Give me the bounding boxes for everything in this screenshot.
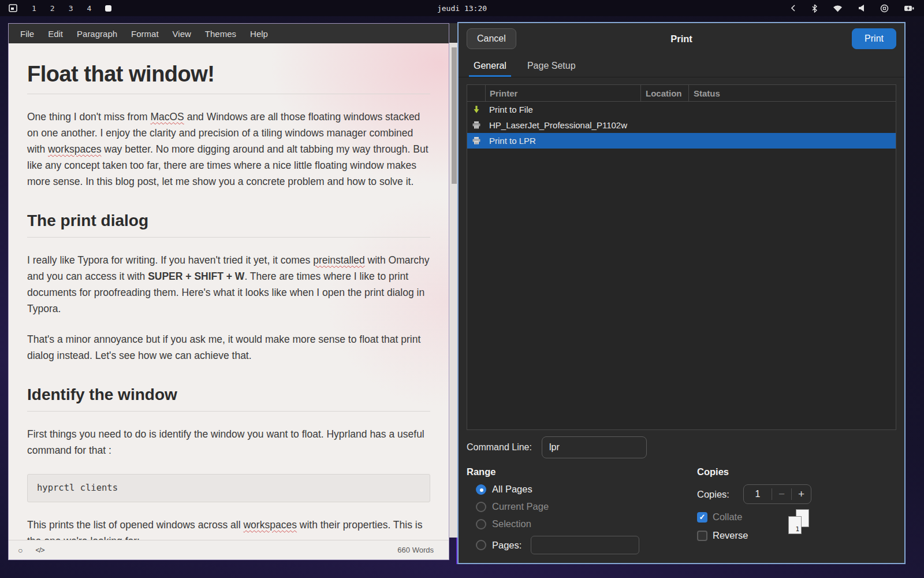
- printer-list: Printer Location Status Print to File HP…: [467, 84, 896, 430]
- bold-text: SUPER + SHIFT + W: [148, 271, 244, 282]
- misspelled-word: workspaces: [243, 519, 296, 531]
- word-count: 660 Words: [397, 546, 434, 554]
- copies-stepper: 1 − +: [743, 484, 811, 504]
- background-window-edge: [449, 23, 458, 538]
- menu-edit[interactable]: Edit: [42, 27, 69, 41]
- source-code-icon[interactable]: </>: [35, 546, 44, 554]
- doc-title: Float that window!: [27, 62, 430, 87]
- copies-section: Copies Copies: 1 − + Collate Reverse: [689, 466, 896, 563]
- column-printer[interactable]: Printer: [485, 85, 640, 101]
- command-line-row: Command Line:: [467, 436, 896, 458]
- copies-title: Copies: [697, 466, 896, 477]
- dialog-title: Print: [459, 34, 904, 45]
- printer-table-header: Printer Location Status: [467, 85, 896, 102]
- paragraph: This prints the list of opened windows a…: [27, 517, 430, 541]
- paragraph: I really like Typora for writing. If you…: [27, 252, 430, 317]
- save-to-file-arrow-icon: [467, 105, 485, 114]
- clock: jeudi 13:20: [0, 4, 924, 13]
- radio-button[interactable]: [476, 502, 486, 512]
- section-heading: The print dialog: [27, 212, 430, 230]
- pages-range-input[interactable]: [531, 536, 639, 554]
- decrease-copies-button[interactable]: −: [772, 485, 791, 503]
- radio-button[interactable]: [476, 519, 486, 529]
- divider: [27, 411, 430, 412]
- misspelled-word: MacOS: [150, 111, 184, 123]
- printer-row-hp-laserjet[interactable]: HP_LaserJet_Professional_P1102w: [467, 117, 896, 133]
- radio-button[interactable]: [476, 540, 486, 550]
- menu-paragraph[interactable]: Paragraph: [71, 27, 123, 41]
- radio-current-page[interactable]: Current Page: [476, 501, 689, 512]
- editor-status-bar: ○ </> 660 Words: [9, 540, 449, 560]
- command-line-input[interactable]: [542, 436, 647, 458]
- section-heading: Identify the window: [27, 386, 430, 404]
- divider: [27, 94, 430, 94]
- copies-value[interactable]: 1: [744, 485, 772, 503]
- divider: [27, 237, 430, 238]
- menu-file[interactable]: File: [14, 27, 40, 41]
- checkbox-checked[interactable]: [697, 512, 707, 523]
- paragraph: That's a minor annoyance but if you ask …: [27, 331, 430, 364]
- printer-icon: [467, 136, 485, 145]
- tab-general[interactable]: General: [474, 54, 506, 77]
- code-block[interactable]: hyprctl clients: [27, 474, 430, 502]
- outline-circle-icon[interactable]: ○: [18, 546, 23, 555]
- menu-bar: File Edit Paragraph Format View Themes H…: [9, 24, 449, 43]
- printer-icon: [467, 121, 485, 129]
- paragraph: One thing I don't miss from MacOS and Wi…: [27, 109, 430, 190]
- collate-pages-icon: 2 1: [788, 509, 811, 536]
- print-dialog: Cancel Print Print General Page Setup Pr…: [457, 22, 906, 564]
- column-status[interactable]: Status: [688, 85, 896, 101]
- menu-format[interactable]: Format: [125, 27, 165, 41]
- radio-pages[interactable]: Pages:: [476, 536, 689, 554]
- misspelled-word: workspaces: [48, 143, 101, 155]
- misspelled-word: preinstalled: [313, 254, 365, 266]
- command-line-label: Command Line:: [467, 442, 532, 453]
- printer-row-print-to-lpr[interactable]: Print to LPR: [467, 133, 896, 149]
- printer-row-print-to-file[interactable]: Print to File: [467, 102, 896, 117]
- checkbox-unchecked[interactable]: [697, 531, 707, 541]
- print-button[interactable]: Print: [852, 28, 896, 49]
- range-title: Range: [467, 466, 689, 477]
- increase-copies-button[interactable]: +: [792, 485, 811, 503]
- document-area[interactable]: Float that window! One thing I don't mis…: [9, 43, 449, 541]
- menu-help[interactable]: Help: [244, 27, 274, 41]
- typora-window: File Edit Paragraph Format View Themes H…: [8, 23, 449, 560]
- range-section: Range All Pages Current Page Selection P…: [467, 466, 689, 563]
- paragraph: First things you need to do is identify …: [27, 426, 430, 458]
- radio-button-checked[interactable]: [476, 484, 486, 495]
- menu-view[interactable]: View: [167, 27, 197, 41]
- radio-selection[interactable]: Selection: [476, 518, 689, 529]
- status-bar: 1 2 3 4 jeudi 13:20: [0, 0, 924, 16]
- radio-all-pages[interactable]: All Pages: [476, 484, 689, 495]
- scrollbar-thumb[interactable]: [452, 47, 457, 184]
- tab-page-setup[interactable]: Page Setup: [527, 54, 576, 77]
- menu-themes[interactable]: Themes: [199, 27, 242, 41]
- copies-label: Copies:: [697, 489, 729, 500]
- dialog-header: Cancel Print Print: [459, 23, 904, 54]
- tab-bar: General Page Setup: [459, 54, 904, 77]
- column-location[interactable]: Location: [640, 85, 688, 101]
